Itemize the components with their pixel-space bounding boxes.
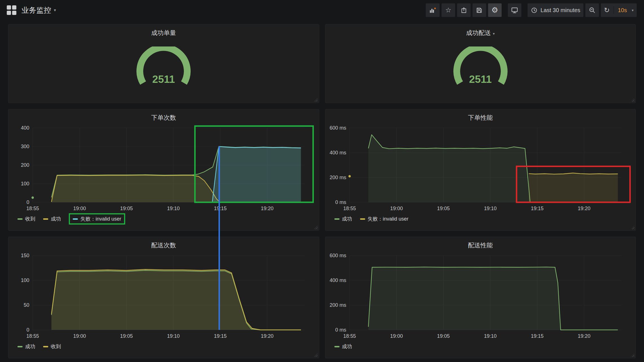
svg-text:600 ms: 600 ms (330, 253, 346, 258)
legend-label: 成功 (25, 343, 35, 350)
legend: 成功收到 (17, 341, 315, 352)
panel-title[interactable]: 下单性能 (329, 112, 632, 125)
add-panel-icon (429, 7, 436, 14)
divider (614, 6, 614, 14)
legend-item[interactable]: 失败：invalid user (360, 216, 409, 222)
legend-swatch (17, 218, 23, 220)
panel-title[interactable]: 成功单量 (12, 27, 315, 40)
legend-item[interactable]: 成功 (17, 343, 35, 350)
svg-text:18:55: 18:55 (343, 333, 356, 339)
svg-text:200 ms: 200 ms (330, 175, 346, 180)
legend-item[interactable]: 失败：invalid user (69, 213, 125, 225)
svg-text:19:15: 19:15 (214, 333, 227, 339)
refresh-icon[interactable]: ↻ (604, 6, 610, 14)
svg-text:19:20: 19:20 (578, 206, 590, 211)
dashboard-title: 业务监控 (21, 5, 51, 15)
svg-text:400: 400 (21, 125, 29, 131)
panel-delivery-count-chart: 配送次数 05010015018:5519:0019:0519:1019:151… (8, 237, 319, 358)
zoom-out-icon (588, 6, 596, 14)
legend-label: 成功 (342, 216, 352, 222)
legend-swatch (73, 218, 78, 220)
legend-item[interactable]: 成功 (334, 216, 352, 222)
svg-text:19:10: 19:10 (167, 206, 180, 211)
save-button[interactable] (473, 3, 486, 17)
panel-title[interactable]: 配送次数 (12, 240, 315, 252)
panel-delivery-performance-chart: 配送性能 0 ms200 ms400 ms600 ms18:5519:0019:… (325, 237, 636, 358)
refresh-interval[interactable]: 10s (618, 7, 627, 14)
legend: 成功 (334, 341, 632, 352)
legend-swatch (334, 346, 339, 347)
panel-success-orders-gauge: 成功单量 2511 (8, 24, 319, 103)
chevron-down-icon: ▾ (632, 8, 634, 12)
svg-text:19:15: 19:15 (531, 333, 543, 339)
legend-swatch (43, 346, 48, 347)
legend-item[interactable]: 收到 (17, 216, 35, 222)
panel-title[interactable]: 成功配送▾ (329, 27, 632, 40)
clock-icon (531, 7, 538, 14)
legend-swatch (360, 218, 365, 220)
svg-text:19:20: 19:20 (261, 206, 274, 211)
chart-delivery-count[interactable]: 05010015018:5519:0019:0519:1019:1519:20 (12, 252, 315, 339)
svg-text:18:55: 18:55 (343, 206, 356, 211)
legend-swatch (334, 218, 339, 220)
svg-text:0 ms: 0 ms (335, 199, 346, 205)
dashboard-title-dropdown[interactable]: 业务监控 ▾ (21, 5, 56, 15)
gauge-value: 2511 (130, 74, 197, 85)
svg-text:19:05: 19:05 (437, 333, 450, 339)
time-range-button[interactable]: Last 30 minutes (528, 3, 583, 17)
legend-item[interactable]: 成功 (43, 216, 61, 222)
svg-text:18:55: 18:55 (26, 333, 39, 339)
legend-label: 成功 (51, 216, 61, 222)
share-icon (460, 7, 467, 14)
dashboard-grid: 成功单量 2511 成功配送▾ 2511 下单次数 01002003004001… (0, 20, 644, 362)
svg-text:300: 300 (21, 144, 29, 149)
svg-text:19:10: 19:10 (484, 333, 497, 339)
gauge-arc-graphic (447, 46, 514, 95)
zoom-out-button[interactable] (585, 3, 599, 17)
svg-text:19:05: 19:05 (437, 206, 450, 211)
svg-text:100: 100 (21, 277, 29, 283)
svg-text:19:10: 19:10 (167, 333, 180, 339)
gauge-arc-graphic (130, 46, 197, 95)
add-panel-button[interactable] (426, 3, 440, 17)
svg-text:19:00: 19:00 (73, 206, 86, 211)
navbar: 业务监控 ▾ ☆ (0, 0, 644, 20)
panel-title[interactable]: 配送性能 (329, 240, 632, 252)
legend-item[interactable]: 收到 (43, 343, 61, 350)
grafana-logo[interactable] (7, 5, 16, 15)
svg-text:100: 100 (21, 181, 29, 186)
gear-icon: ⚙ (491, 6, 498, 15)
svg-text:200: 200 (21, 162, 29, 168)
refresh-picker[interactable]: ↻ 10s ▾ (601, 3, 637, 17)
legend-item[interactable]: 成功 (334, 343, 352, 350)
svg-text:0: 0 (27, 199, 29, 205)
svg-text:19:15: 19:15 (214, 206, 227, 211)
star-icon: ☆ (445, 7, 451, 14)
svg-text:400 ms: 400 ms (330, 150, 346, 156)
cycle-view-button[interactable] (508, 3, 521, 17)
chart-order-performance[interactable]: 0 ms200 ms400 ms600 ms18:5519:0019:0519:… (329, 125, 632, 212)
share-button[interactable] (457, 3, 471, 17)
svg-text:18:55: 18:55 (26, 206, 39, 211)
panel-success-delivery-gauge: 成功配送▾ 2511 (325, 24, 636, 103)
svg-text:19:10: 19:10 (484, 206, 497, 211)
star-button[interactable]: ☆ (442, 3, 455, 17)
gauge: 2511 (130, 46, 197, 95)
svg-text:19:15: 19:15 (531, 206, 543, 211)
legend-label: 失败：invalid user (368, 216, 409, 222)
save-icon (476, 7, 483, 14)
svg-text:19:00: 19:00 (390, 206, 403, 211)
settings-button[interactable]: ⚙ (488, 3, 502, 17)
legend: 成功失败：invalid user (334, 214, 632, 224)
chevron-down-icon: ▾ (54, 8, 56, 13)
panel-title[interactable]: 下单次数 (12, 112, 315, 125)
svg-text:19:00: 19:00 (390, 333, 403, 339)
svg-text:19:20: 19:20 (578, 333, 590, 339)
svg-text:19:20: 19:20 (261, 333, 274, 339)
monitor-icon (511, 6, 518, 14)
legend-swatch (43, 218, 48, 220)
legend-label: 失败：invalid user (80, 216, 121, 222)
chart-order-count[interactable]: 010020030040018:5519:0019:0519:1019:1519… (12, 125, 315, 212)
panel-order-performance-chart: 下单性能 0 ms200 ms400 ms600 ms18:5519:0019:… (325, 109, 636, 231)
chart-delivery-performance[interactable]: 0 ms200 ms400 ms600 ms18:5519:0019:0519:… (329, 252, 632, 339)
